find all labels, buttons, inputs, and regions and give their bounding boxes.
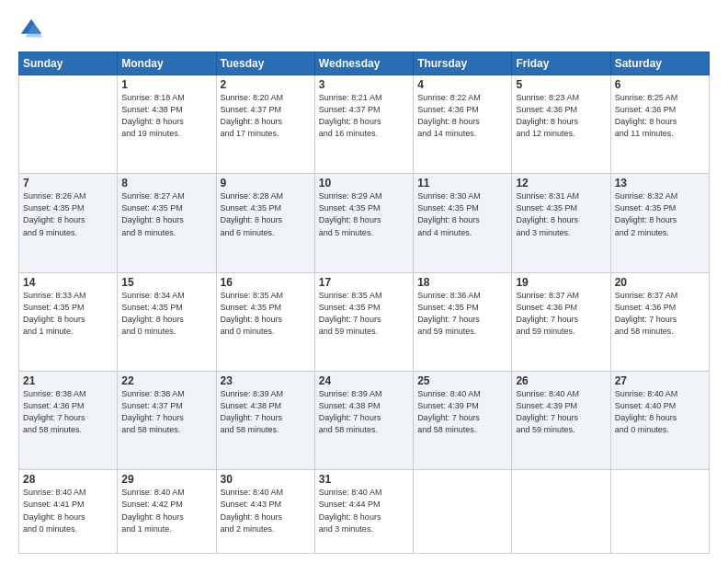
calendar-week-row: 14Sunrise: 8:33 AM Sunset: 4:35 PM Dayli… bbox=[19, 272, 710, 371]
weekday-header-monday: Monday bbox=[118, 52, 216, 75]
day-number: 31 bbox=[319, 473, 409, 486]
day-number: 25 bbox=[417, 374, 507, 387]
day-info: Sunrise: 8:38 AM Sunset: 4:37 PM Dayligh… bbox=[121, 388, 211, 436]
calendar-day-cell: 23Sunrise: 8:39 AM Sunset: 4:38 PM Dayli… bbox=[216, 372, 314, 470]
calendar-day-cell: 4Sunrise: 8:22 AM Sunset: 4:36 PM Daylig… bbox=[414, 75, 512, 174]
day-number: 28 bbox=[23, 473, 113, 486]
weekday-header-wednesday: Wednesday bbox=[314, 52, 413, 75]
day-info: Sunrise: 8:37 AM Sunset: 4:36 PM Dayligh… bbox=[516, 290, 606, 338]
calendar-empty-cell bbox=[414, 470, 512, 554]
day-info: Sunrise: 8:40 AM Sunset: 4:44 PM Dayligh… bbox=[319, 487, 409, 534]
day-number: 20 bbox=[615, 276, 705, 289]
day-number: 4 bbox=[417, 78, 507, 91]
calendar-day-cell: 5Sunrise: 8:23 AM Sunset: 4:36 PM Daylig… bbox=[512, 75, 610, 174]
weekday-header-row: SundayMondayTuesdayWednesdayThursdayFrid… bbox=[19, 52, 710, 75]
day-info: Sunrise: 8:33 AM Sunset: 4:35 PM Dayligh… bbox=[23, 290, 113, 338]
calendar-empty-cell bbox=[610, 470, 709, 554]
calendar-day-cell: 16Sunrise: 8:35 AM Sunset: 4:35 PM Dayli… bbox=[216, 272, 314, 371]
day-info: Sunrise: 8:40 AM Sunset: 4:39 PM Dayligh… bbox=[417, 388, 507, 436]
calendar-body: 1Sunrise: 8:18 AM Sunset: 4:38 PM Daylig… bbox=[19, 75, 710, 554]
weekday-header-sunday: Sunday bbox=[19, 52, 118, 75]
calendar-day-cell: 1Sunrise: 8:18 AM Sunset: 4:38 PM Daylig… bbox=[118, 75, 216, 174]
logo bbox=[18, 17, 48, 42]
day-number: 30 bbox=[221, 473, 311, 486]
day-info: Sunrise: 8:37 AM Sunset: 4:36 PM Dayligh… bbox=[615, 290, 705, 338]
calendar-day-cell: 27Sunrise: 8:40 AM Sunset: 4:40 PM Dayli… bbox=[610, 372, 709, 470]
day-info: Sunrise: 8:40 AM Sunset: 4:41 PM Dayligh… bbox=[23, 487, 113, 534]
weekday-header-tuesday: Tuesday bbox=[216, 52, 314, 75]
calendar-table: SundayMondayTuesdayWednesdayThursdayFrid… bbox=[18, 52, 710, 554]
day-info: Sunrise: 8:31 AM Sunset: 4:35 PM Dayligh… bbox=[516, 190, 606, 238]
page: SundayMondayTuesdayWednesdayThursdayFrid… bbox=[0, 0, 728, 563]
day-number: 22 bbox=[121, 374, 211, 387]
day-number: 7 bbox=[23, 177, 113, 190]
day-info: Sunrise: 8:22 AM Sunset: 4:36 PM Dayligh… bbox=[417, 92, 507, 140]
calendar-day-cell: 18Sunrise: 8:36 AM Sunset: 4:35 PM Dayli… bbox=[414, 272, 512, 371]
day-info: Sunrise: 8:28 AM Sunset: 4:35 PM Dayligh… bbox=[221, 190, 311, 238]
calendar-day-cell: 6Sunrise: 8:25 AM Sunset: 4:36 PM Daylig… bbox=[610, 75, 709, 174]
calendar-day-cell: 8Sunrise: 8:27 AM Sunset: 4:35 PM Daylig… bbox=[118, 174, 216, 272]
calendar-day-cell: 7Sunrise: 8:26 AM Sunset: 4:35 PM Daylig… bbox=[19, 174, 118, 272]
day-info: Sunrise: 8:39 AM Sunset: 4:38 PM Dayligh… bbox=[319, 388, 409, 436]
calendar-empty-cell bbox=[512, 470, 610, 554]
day-info: Sunrise: 8:29 AM Sunset: 4:35 PM Dayligh… bbox=[319, 190, 409, 238]
day-number: 23 bbox=[221, 374, 311, 387]
day-number: 5 bbox=[516, 78, 606, 91]
calendar-day-cell: 3Sunrise: 8:21 AM Sunset: 4:37 PM Daylig… bbox=[314, 75, 413, 174]
calendar-day-cell: 22Sunrise: 8:38 AM Sunset: 4:37 PM Dayli… bbox=[118, 372, 216, 470]
day-number: 13 bbox=[615, 177, 705, 190]
day-info: Sunrise: 8:21 AM Sunset: 4:37 PM Dayligh… bbox=[319, 92, 409, 140]
calendar-day-cell: 9Sunrise: 8:28 AM Sunset: 4:35 PM Daylig… bbox=[216, 174, 314, 272]
day-info: Sunrise: 8:40 AM Sunset: 4:39 PM Dayligh… bbox=[516, 388, 606, 436]
day-number: 29 bbox=[121, 473, 211, 486]
day-number: 9 bbox=[221, 177, 311, 190]
calendar-day-cell: 12Sunrise: 8:31 AM Sunset: 4:35 PM Dayli… bbox=[512, 174, 610, 272]
day-info: Sunrise: 8:40 AM Sunset: 4:40 PM Dayligh… bbox=[615, 388, 705, 436]
day-info: Sunrise: 8:35 AM Sunset: 4:35 PM Dayligh… bbox=[221, 290, 311, 338]
day-number: 27 bbox=[615, 374, 705, 387]
calendar-day-cell: 31Sunrise: 8:40 AM Sunset: 4:44 PM Dayli… bbox=[314, 470, 413, 554]
day-number: 18 bbox=[417, 276, 507, 289]
day-info: Sunrise: 8:35 AM Sunset: 4:35 PM Dayligh… bbox=[319, 290, 409, 338]
day-info: Sunrise: 8:40 AM Sunset: 4:42 PM Dayligh… bbox=[121, 487, 211, 534]
calendar-day-cell: 11Sunrise: 8:30 AM Sunset: 4:35 PM Dayli… bbox=[414, 174, 512, 272]
day-number: 19 bbox=[516, 276, 606, 289]
day-number: 3 bbox=[319, 78, 409, 91]
calendar-header: SundayMondayTuesdayWednesdayThursdayFrid… bbox=[19, 52, 710, 75]
day-info: Sunrise: 8:26 AM Sunset: 4:35 PM Dayligh… bbox=[23, 190, 113, 238]
day-info: Sunrise: 8:40 AM Sunset: 4:43 PM Dayligh… bbox=[221, 487, 311, 534]
day-info: Sunrise: 8:20 AM Sunset: 4:37 PM Dayligh… bbox=[221, 92, 311, 140]
day-number: 26 bbox=[516, 374, 606, 387]
calendar-empty-cell bbox=[19, 75, 118, 174]
calendar-day-cell: 17Sunrise: 8:35 AM Sunset: 4:35 PM Dayli… bbox=[314, 272, 413, 371]
calendar-day-cell: 19Sunrise: 8:37 AM Sunset: 4:36 PM Dayli… bbox=[512, 272, 610, 371]
calendar-day-cell: 30Sunrise: 8:40 AM Sunset: 4:43 PM Dayli… bbox=[216, 470, 314, 554]
day-info: Sunrise: 8:39 AM Sunset: 4:38 PM Dayligh… bbox=[221, 388, 311, 436]
weekday-header-thursday: Thursday bbox=[414, 52, 512, 75]
day-number: 24 bbox=[319, 374, 409, 387]
day-info: Sunrise: 8:38 AM Sunset: 4:36 PM Dayligh… bbox=[23, 388, 113, 436]
weekday-header-friday: Friday bbox=[512, 52, 610, 75]
day-number: 21 bbox=[23, 374, 113, 387]
calendar-day-cell: 15Sunrise: 8:34 AM Sunset: 4:35 PM Dayli… bbox=[118, 272, 216, 371]
calendar-day-cell: 25Sunrise: 8:40 AM Sunset: 4:39 PM Dayli… bbox=[414, 372, 512, 470]
calendar-week-row: 7Sunrise: 8:26 AM Sunset: 4:35 PM Daylig… bbox=[19, 174, 710, 272]
day-info: Sunrise: 8:18 AM Sunset: 4:38 PM Dayligh… bbox=[121, 92, 211, 140]
day-info: Sunrise: 8:23 AM Sunset: 4:36 PM Dayligh… bbox=[516, 92, 606, 140]
day-number: 6 bbox=[615, 78, 705, 91]
day-number: 16 bbox=[221, 276, 311, 289]
calendar-day-cell: 20Sunrise: 8:37 AM Sunset: 4:36 PM Dayli… bbox=[610, 272, 709, 371]
calendar-day-cell: 13Sunrise: 8:32 AM Sunset: 4:35 PM Dayli… bbox=[610, 174, 709, 272]
calendar-day-cell: 21Sunrise: 8:38 AM Sunset: 4:36 PM Dayli… bbox=[19, 372, 118, 470]
calendar-day-cell: 28Sunrise: 8:40 AM Sunset: 4:41 PM Dayli… bbox=[19, 470, 118, 554]
calendar-week-row: 21Sunrise: 8:38 AM Sunset: 4:36 PM Dayli… bbox=[19, 372, 710, 470]
day-info: Sunrise: 8:30 AM Sunset: 4:35 PM Dayligh… bbox=[417, 190, 507, 238]
day-number: 14 bbox=[23, 276, 113, 289]
day-number: 8 bbox=[121, 177, 211, 190]
day-info: Sunrise: 8:32 AM Sunset: 4:35 PM Dayligh… bbox=[615, 190, 705, 238]
calendar-week-row: 1Sunrise: 8:18 AM Sunset: 4:38 PM Daylig… bbox=[19, 75, 710, 174]
calendar-day-cell: 10Sunrise: 8:29 AM Sunset: 4:35 PM Dayli… bbox=[314, 174, 413, 272]
calendar-day-cell: 24Sunrise: 8:39 AM Sunset: 4:38 PM Dayli… bbox=[314, 372, 413, 470]
calendar-week-row: 28Sunrise: 8:40 AM Sunset: 4:41 PM Dayli… bbox=[19, 470, 710, 554]
weekday-header-saturday: Saturday bbox=[610, 52, 709, 75]
